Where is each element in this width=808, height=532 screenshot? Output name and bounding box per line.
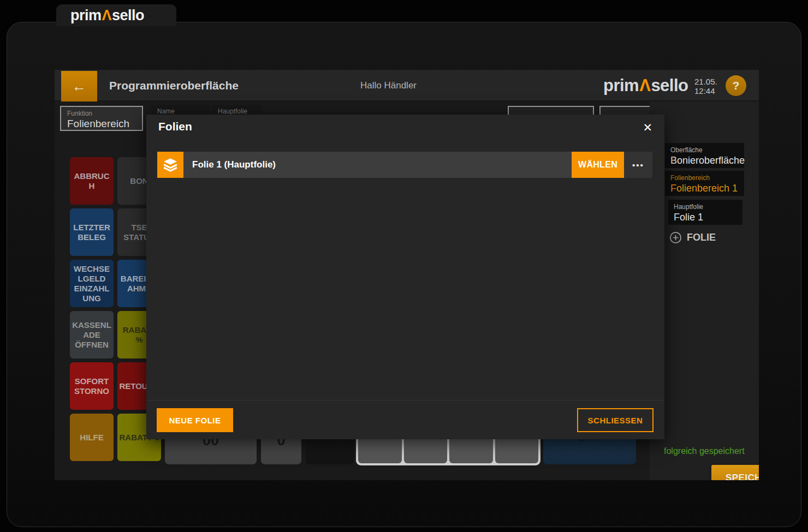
grid-button-letzter-beleg[interactable]: LETZTER BELEG	[70, 208, 114, 256]
time-text: 12:44	[694, 86, 717, 95]
panel-oberflaeche[interactable]: Oberfläche Bonieroberfläche	[665, 143, 744, 168]
grid-button-sofort-storno[interactable]: SOFORT STORNO	[70, 362, 114, 410]
modal-close-button[interactable]: ✕	[640, 120, 655, 135]
grid-button-kassenlade[interactable]: KASSENLADE ÖFFNEN	[70, 311, 114, 358]
header-logo: primΛsello	[603, 70, 688, 101]
add-folie-label: FOLIE	[687, 232, 716, 243]
back-arrow-icon: ←	[72, 78, 86, 95]
grid-button-abbruch[interactable]: ABBRUCH	[70, 157, 114, 205]
row-menu-button[interactable]: •••	[624, 152, 652, 178]
app-header: ← Programmieroberfläche Hallo Händler pr…	[55, 70, 759, 101]
grid-button-wechselgeld[interactable]: WECHSELGELD EINZAHLUNG	[70, 260, 114, 307]
panel-value: Folienbereich 1	[670, 183, 739, 194]
greeting-text: Hallo Händler	[360, 70, 417, 101]
panel-label: Hauptfolie	[674, 203, 737, 211]
logo-suffix: sello	[112, 7, 144, 23]
funktion-field-label: Funktion	[67, 110, 136, 117]
plus-circle-icon	[669, 231, 682, 244]
hauptfolie-field-label: Hauptfolie	[218, 107, 256, 115]
neue-folie-button[interactable]: NEUE FOLIE	[157, 408, 233, 432]
panel-label: Oberfläche	[670, 146, 739, 154]
grid-button-hilfe[interactable]: HILFE	[70, 414, 114, 461]
waehlen-button[interactable]: WÄHLEN	[572, 152, 624, 178]
question-icon: ?	[733, 79, 740, 92]
panel-value: Bonieroberfläche	[670, 155, 739, 166]
ellipsis-icon: •••	[632, 160, 644, 170]
schliessen-button[interactable]: SCHLIESSEN	[577, 408, 653, 432]
app-window: ← Programmieroberfläche Hallo Händler pr…	[55, 70, 759, 480]
page: primΛsello ← Programmieroberfläche Hallo…	[0, 0, 808, 532]
datetime: 21.05. 12:44	[694, 77, 717, 95]
folie-row-label: Folie 1 (Hauptfolie)	[192, 159, 572, 170]
funktion-field[interactable]: Funktion Folienbereich	[60, 106, 143, 131]
date-text: 21.05.	[694, 77, 717, 86]
status-message: folgreich gespeichert	[664, 446, 745, 456]
modal-title: Folien	[158, 120, 192, 133]
name-field-label: Name	[157, 107, 203, 115]
modal-footer: NEUE FOLIE SCHLIESSEN	[146, 400, 664, 439]
help-button[interactable]: ?	[726, 75, 746, 96]
primasello-logo: primΛsello	[70, 7, 144, 24]
funktion-field-value: Folienbereich	[67, 118, 136, 130]
panel-label: Folienbereich	[670, 174, 739, 182]
folie-list-row: Folie 1 (Hauptfolie) WÄHLEN •••	[157, 152, 652, 178]
layers-icon	[157, 152, 183, 178]
panel-value: Folie 1	[674, 212, 737, 223]
logo-accent: Λ	[102, 7, 112, 23]
page-title: Programmieroberfläche	[109, 70, 239, 101]
logo-prefix: prim	[70, 7, 102, 23]
back-button[interactable]: ←	[61, 71, 97, 101]
panel-hauptfolie[interactable]: Hauptfolie Folie 1	[668, 200, 742, 225]
close-icon: ✕	[643, 121, 652, 134]
right-sidebar: Oberfläche Bonieroberfläche Folienbereic…	[650, 101, 759, 480]
folien-modal: Folien ✕ Folie 1 (Hauptfolie) WÄHLEN	[146, 115, 664, 439]
logo-tab: primΛsello	[56, 4, 176, 26]
add-folie-button[interactable]: FOLIE	[669, 231, 716, 244]
save-button[interactable]: SPEICHERN	[711, 465, 759, 480]
panel-folienbereich[interactable]: Folienbereich Folienbereich 1	[665, 171, 744, 196]
